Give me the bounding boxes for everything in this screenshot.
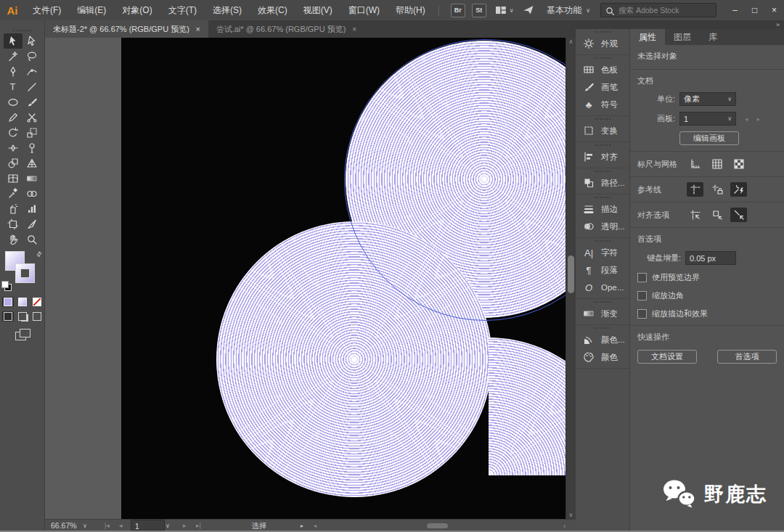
checkbox-scale-strokes-effects[interactable]: 缩放描边和效果 — [637, 308, 777, 319]
scale-tool[interactable] — [23, 125, 41, 140]
menu-view[interactable]: 视图(V) — [295, 0, 340, 20]
checkbox-scale-corners[interactable]: 缩放边角 — [637, 290, 777, 301]
panel-drag-handle[interactable] — [576, 238, 629, 244]
blend-tool[interactable] — [23, 186, 41, 201]
zoom-tool[interactable] — [23, 232, 41, 247]
none-fill-button[interactable] — [31, 297, 43, 307]
direct-selection-tool[interactable] — [23, 33, 41, 49]
stroke-swatch[interactable] — [15, 263, 35, 283]
panel-brushes[interactable]: 画笔 — [576, 78, 629, 96]
smart-guides-button[interactable] — [730, 182, 747, 197]
panel-color-guide[interactable]: 颜色... — [576, 331, 629, 348]
artboard-number-field[interactable]: 1 — [131, 520, 165, 531]
vertical-scroll-thumb[interactable] — [568, 255, 574, 293]
close-tab-icon[interactable]: × — [352, 25, 356, 33]
minimize-button[interactable]: – — [725, 0, 745, 20]
color-fill-button[interactable] — [2, 297, 14, 307]
shape-builder-tool[interactable] — [4, 155, 23, 171]
curvature-tool[interactable] — [23, 64, 41, 79]
panel-color[interactable]: 颜色 — [576, 348, 629, 366]
workspace-switcher[interactable]: 基本功能 ∨ — [547, 4, 590, 17]
puppet-warp-tool[interactable] — [23, 140, 41, 155]
prev-artboard-icon[interactable]: ◂ — [745, 115, 748, 123]
menu-file[interactable]: 文件(F) — [25, 0, 69, 20]
share-button[interactable] — [523, 4, 534, 16]
menu-type[interactable]: 文字(T) — [160, 0, 205, 20]
document-tab-1[interactable]: 未标题-2* @ 66.67% (RGB/GPU 预览) × — [45, 20, 208, 38]
snap-to-pixel-button[interactable] — [709, 208, 725, 222]
panel-pathfinder[interactable]: 路径... — [576, 174, 629, 192]
artboard-tool[interactable] — [4, 216, 23, 232]
panel-character[interactable]: A|字符 — [576, 244, 629, 261]
app-logo[interactable]: Ai — [0, 4, 25, 17]
scissors-tool[interactable] — [23, 110, 41, 125]
preferences-button[interactable]: 首选项 — [717, 350, 777, 364]
lock-guides-button[interactable] — [709, 182, 725, 197]
hand-tool[interactable] — [4, 232, 23, 247]
stock-button[interactable]: St — [472, 4, 486, 17]
next-artboard-icon[interactable]: ▸ — [757, 115, 761, 123]
ellipse-tool[interactable] — [4, 94, 23, 110]
column-graph-tool[interactable] — [23, 201, 41, 216]
panel-align[interactable]: 对齐 — [576, 148, 629, 165]
panel-drag-handle[interactable] — [576, 299, 629, 305]
stock-search-input[interactable] — [617, 5, 712, 15]
arrange-documents-button[interactable]: ∨ — [495, 4, 514, 16]
panel-drag-handle[interactable] — [576, 168, 629, 174]
lasso-tool[interactable] — [23, 49, 41, 64]
panel-opentype[interactable]: OOpe... — [576, 279, 629, 296]
show-guides-button[interactable] — [687, 182, 703, 197]
panel-symbols[interactable]: ♣符号 — [576, 96, 629, 113]
artboard[interactable] — [121, 38, 566, 519]
snap-to-grid-button[interactable] — [687, 208, 703, 222]
units-dropdown[interactable]: 像素 ∨ — [679, 92, 736, 106]
show-grid-button[interactable] — [709, 157, 725, 171]
panel-swatches[interactable]: 色板 — [576, 61, 629, 78]
panel-gradient[interactable]: 渐变 — [576, 305, 629, 322]
artboard-dropdown[interactable]: 1 ∨ — [679, 112, 736, 126]
draw-inside-button[interactable] — [31, 311, 43, 322]
keyboard-increment-field[interactable]: 0.05 px — [685, 251, 736, 265]
rotate-tool[interactable] — [4, 125, 23, 140]
vertical-scrollbar[interactable]: ∧ ∨ — [565, 38, 576, 519]
swap-fill-stroke-icon[interactable]: ⇄ — [35, 250, 44, 258]
document-canvas[interactable]: ∧ ∨ — [45, 38, 576, 519]
selection-tool[interactable] — [4, 33, 23, 49]
tab-properties[interactable]: 属性 — [630, 29, 665, 45]
show-rulers-button[interactable] — [687, 157, 703, 171]
slice-tool[interactable] — [23, 216, 41, 232]
pen-tool[interactable] — [4, 64, 23, 79]
maximize-button[interactable]: □ — [745, 0, 764, 20]
shaper-tool[interactable] — [4, 110, 23, 125]
close-button[interactable]: × — [764, 0, 784, 20]
menu-help[interactable]: 帮助(H) — [388, 0, 433, 20]
line-segment-tool[interactable] — [23, 79, 41, 94]
concentric-quarter-fan[interactable] — [489, 337, 576, 475]
perspective-grid-tool[interactable] — [23, 155, 41, 171]
default-fill-stroke-icon[interactable] — [1, 281, 12, 291]
draw-behind-button[interactable] — [17, 311, 28, 322]
menu-effect[interactable]: 效果(C) — [250, 0, 295, 20]
width-tool[interactable] — [4, 140, 23, 155]
panel-drag-handle[interactable] — [576, 142, 629, 148]
type-tool[interactable]: T — [4, 79, 23, 94]
scroll-down-icon[interactable]: ∨ — [566, 512, 576, 518]
bridge-button[interactable]: Br — [451, 4, 465, 17]
scroll-up-icon[interactable]: ∧ — [566, 38, 576, 45]
close-tab-icon[interactable]: × — [196, 25, 200, 33]
checkbox-use-preview-bounds[interactable]: 使用预览边界 — [637, 272, 777, 283]
document-setup-button[interactable]: 文档设置 — [637, 350, 697, 364]
menu-object[interactable]: 对象(O) — [114, 0, 160, 20]
tab-layers[interactable]: 图层 — [665, 29, 700, 45]
tab-libraries[interactable]: 库 — [700, 29, 726, 45]
show-transparency-grid-button[interactable] — [730, 157, 747, 171]
menu-select[interactable]: 选择(S) — [205, 0, 250, 20]
toolbar-drag-handle[interactable] — [13, 30, 32, 31]
symbol-sprayer-tool[interactable] — [4, 201, 23, 216]
panel-drag-handle[interactable] — [576, 116, 629, 122]
menu-edit[interactable]: 编辑(E) — [69, 0, 114, 20]
panel-drag-handle[interactable] — [576, 29, 629, 35]
panel-drag-handle[interactable] — [576, 325, 629, 331]
panel-transparency[interactable]: 透明... — [576, 218, 629, 235]
horizontal-scroll-thumb[interactable] — [427, 523, 448, 528]
